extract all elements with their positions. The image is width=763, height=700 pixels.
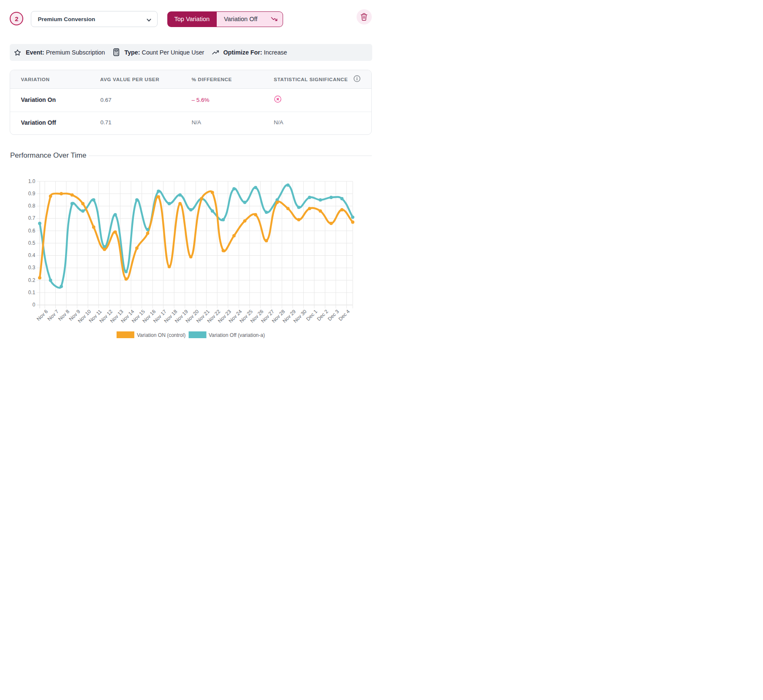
svg-text:0.8: 0.8 [28, 203, 35, 209]
svg-text:Nov 7: Nov 7 [46, 308, 60, 322]
svg-text:Nov 8: Nov 8 [57, 308, 71, 322]
svg-text:0.2: 0.2 [28, 277, 35, 283]
svg-text:0.3: 0.3 [28, 265, 35, 271]
svg-text:0: 0 [33, 302, 35, 308]
svg-text:Variation Off (variation-a): Variation Off (variation-a) [209, 332, 265, 338]
svg-text:Nov 6: Nov 6 [35, 308, 49, 322]
svg-text:0.1: 0.1 [28, 290, 35, 295]
svg-text:Dec 2: Dec 2 [316, 308, 329, 322]
svg-text:Dec 3: Dec 3 [327, 308, 340, 322]
svg-text:0.4: 0.4 [28, 252, 35, 258]
svg-text:Dec 4: Dec 4 [337, 308, 351, 322]
svg-text:0.5: 0.5 [28, 240, 35, 246]
svg-text:0.6: 0.6 [28, 228, 35, 234]
svg-text:Dec 1: Dec 1 [305, 308, 319, 322]
svg-text:0.9: 0.9 [28, 191, 35, 197]
svg-text:1.0: 1.0 [28, 178, 35, 184]
svg-text:Variation ON (control): Variation ON (control) [137, 332, 185, 338]
svg-text:0.7: 0.7 [28, 215, 35, 221]
